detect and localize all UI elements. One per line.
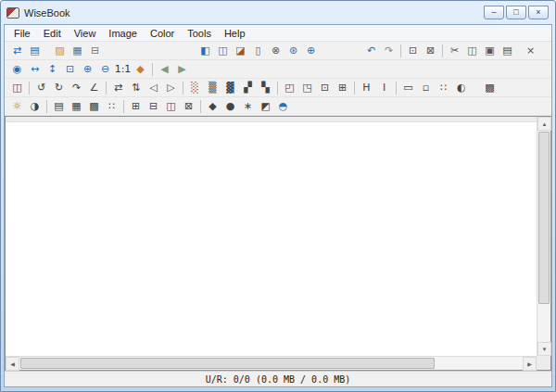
scroll-left-icon: ◀ bbox=[10, 360, 15, 367]
contrast-button[interactable]: ◑ bbox=[26, 98, 44, 115]
horizontal-scrollbar[interactable]: ◀ ▶ bbox=[6, 356, 537, 370]
print-book-button[interactable]: ⊟ bbox=[86, 43, 104, 59]
color-balance-button[interactable]: ◓ bbox=[274, 98, 292, 115]
paste-button[interactable]: ▣ bbox=[481, 43, 499, 59]
menu-edit[interactable]: Edit bbox=[37, 26, 68, 41]
document-canvas[interactable] bbox=[6, 117, 537, 356]
vertical-scrollbar[interactable]: ▲ ▼ bbox=[537, 117, 550, 356]
new-book-button[interactable]: ▤ bbox=[26, 43, 44, 59]
grid-large-icon: ▩ bbox=[89, 101, 98, 111]
flip-horizontal-button[interactable]: ⇄ bbox=[109, 80, 127, 96]
menu-help[interactable]: Help bbox=[218, 26, 252, 41]
remove-dots-button[interactable]: ▞ bbox=[239, 80, 257, 96]
acquire-images-button[interactable]: ⇄ bbox=[8, 43, 26, 59]
maximize-button[interactable]: □ bbox=[506, 6, 526, 19]
page-list-button[interactable]: ◧ bbox=[196, 43, 214, 59]
grayscale-convert-button[interactable]: ◐ bbox=[452, 80, 470, 96]
blur-button[interactable]: ● bbox=[221, 98, 239, 115]
crop-selection-button[interactable]: ⊠ bbox=[422, 43, 439, 59]
resample-image-button[interactable]: ▫ bbox=[417, 80, 435, 96]
eraser-tool-button[interactable]: ◪ bbox=[232, 43, 249, 59]
flip-vertical-button[interactable]: ⇅ bbox=[127, 80, 145, 96]
auto-crop-button[interactable]: ⊡ bbox=[316, 80, 334, 96]
despeckle-medium-button[interactable]: ▒ bbox=[204, 80, 221, 96]
sharpen-button[interactable]: ◆ bbox=[204, 98, 221, 115]
rotate-left-button[interactable]: ↺ bbox=[32, 80, 50, 96]
close-button[interactable]: × bbox=[528, 6, 549, 19]
fit-height-icon: ↕ bbox=[48, 64, 57, 74]
duplicate-page-button[interactable]: ◫ bbox=[162, 98, 180, 115]
grid-large-button[interactable]: ▩ bbox=[85, 98, 103, 115]
menu-color[interactable]: Color bbox=[144, 26, 181, 41]
insert-page-button[interactable]: ⊞ bbox=[127, 98, 145, 115]
paste-as-new-button[interactable]: ▤ bbox=[499, 43, 516, 59]
invert-colors-button[interactable]: ◩ bbox=[257, 98, 274, 115]
erase-black-borders-button[interactable]: ◰ bbox=[281, 80, 298, 96]
split-pages-button[interactable]: ◫ bbox=[8, 80, 26, 96]
titlebar[interactable]: WiseBook –□× bbox=[4, 1, 552, 24]
remove-lines-button[interactable]: ▚ bbox=[257, 80, 274, 96]
plugins-button[interactable]: ⊕ bbox=[302, 43, 320, 59]
copy-button[interactable]: ◫ bbox=[463, 43, 481, 59]
fit-height-button[interactable]: ↕ bbox=[44, 61, 61, 78]
thumbnail-view-button[interactable]: ◫ bbox=[214, 43, 232, 59]
open-folder-button[interactable]: ▨ bbox=[51, 43, 69, 59]
auto-crop-icon: ⊡ bbox=[321, 82, 329, 93]
menu-view[interactable]: View bbox=[68, 26, 103, 41]
redo-icon: ↷ bbox=[385, 45, 393, 56]
menu-tools[interactable]: Tools bbox=[181, 26, 218, 41]
menu-file[interactable]: File bbox=[7, 26, 37, 41]
fit-width-button[interactable]: ↔ bbox=[26, 61, 44, 78]
grid-small-button[interactable]: ▤ bbox=[50, 98, 68, 115]
resize-image-button[interactable]: ▭ bbox=[399, 80, 417, 96]
scroll-down-button[interactable]: ▼ bbox=[537, 342, 551, 356]
scroll-left-button[interactable]: ◀ bbox=[6, 357, 19, 371]
dot-screen-button[interactable]: ∷ bbox=[103, 98, 120, 115]
set-margins-button[interactable]: ⊞ bbox=[334, 80, 351, 96]
skew-left-button[interactable]: ◁ bbox=[145, 80, 162, 96]
delete-page-button[interactable]: ⊟ bbox=[145, 98, 162, 115]
undo-button[interactable]: ↶ bbox=[362, 43, 380, 59]
despeckle-light-button[interactable]: ░ bbox=[186, 80, 204, 96]
scroll-up-button[interactable]: ▲ bbox=[537, 117, 551, 131]
save-book-button[interactable]: ▦ bbox=[69, 43, 86, 59]
options-dialog-button[interactable]: ⊛ bbox=[284, 43, 302, 59]
horizontal-scroll-thumb[interactable] bbox=[20, 358, 435, 369]
previous-page-button[interactable]: ◀ bbox=[156, 61, 173, 78]
menu-image[interactable]: Image bbox=[102, 26, 144, 41]
toolbar-separator bbox=[183, 82, 183, 95]
zoom-in-button[interactable]: ⊕ bbox=[79, 61, 96, 78]
vertical-scroll-thumb[interactable] bbox=[538, 132, 550, 304]
fit-page-button[interactable]: ⊡ bbox=[61, 61, 79, 78]
scroll-right-icon: ▶ bbox=[527, 360, 532, 367]
batch-process-button[interactable]: ▩ bbox=[481, 80, 499, 96]
tools-panel-button[interactable]: ⊗ bbox=[267, 43, 284, 59]
wisebook-window: WiseBook –□× FileEditViewImageColorTools… bbox=[0, 0, 556, 392]
erase-white-borders-button[interactable]: ◳ bbox=[298, 80, 316, 96]
despeckle-strong-button[interactable]: ▓ bbox=[221, 80, 239, 96]
grid-medium-button[interactable]: ▦ bbox=[68, 98, 85, 115]
auto-deskew-button[interactable]: ∠ bbox=[85, 80, 103, 96]
brightness-button[interactable]: ☼ bbox=[8, 98, 26, 115]
fit-window-button[interactable]: ◉ bbox=[8, 61, 26, 78]
delete-selection-button[interactable]: × bbox=[522, 43, 539, 59]
skew-right-button[interactable]: ▷ bbox=[162, 80, 180, 96]
redo-button[interactable]: ↷ bbox=[380, 43, 398, 59]
rotate-right-button[interactable]: ↻ bbox=[50, 80, 68, 96]
rotate-180-button[interactable]: ↷ bbox=[68, 80, 85, 96]
actual-size-button[interactable]: 1:1 bbox=[114, 61, 132, 78]
scroll-right-button[interactable]: ▶ bbox=[523, 357, 537, 371]
page-width-button[interactable]: H bbox=[358, 80, 375, 96]
next-page-button[interactable]: ▶ bbox=[173, 61, 191, 78]
pan-tool-button[interactable]: ◆ bbox=[132, 61, 149, 78]
minimize-button[interactable]: – bbox=[484, 6, 504, 19]
despeckle-filter-button[interactable]: ∗ bbox=[239, 98, 257, 115]
change-dpi-button[interactable]: ∷ bbox=[435, 80, 452, 96]
cut-button[interactable]: ✂ bbox=[446, 43, 463, 59]
scroll-down-icon: ▼ bbox=[542, 347, 548, 352]
merge-pages-button[interactable]: ⊠ bbox=[180, 98, 197, 115]
page-properties-button[interactable]: ▯ bbox=[249, 43, 267, 59]
page-height-button[interactable]: I bbox=[375, 80, 393, 96]
zoom-out-button[interactable]: ⊖ bbox=[96, 61, 114, 78]
select-rectangle-button[interactable]: ⊡ bbox=[404, 43, 422, 59]
